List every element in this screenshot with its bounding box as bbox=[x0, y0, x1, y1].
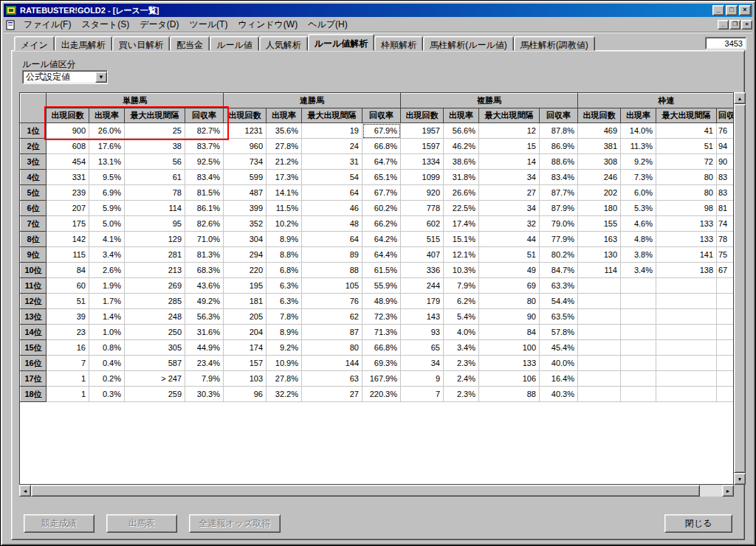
grid-cell[interactable]: 31 bbox=[302, 154, 362, 170]
grid-cell[interactable]: 88 bbox=[302, 263, 362, 278]
grid-cell[interactable]: 26.6% bbox=[444, 185, 479, 201]
grid-cell[interactable]: 133 bbox=[479, 356, 540, 371]
grid-cell[interactable] bbox=[717, 309, 735, 325]
grid-cell[interactable]: 602 bbox=[401, 216, 444, 232]
grid-cell[interactable]: 6.8% bbox=[267, 263, 302, 278]
grid-cell[interactable]: 56.3% bbox=[185, 309, 224, 325]
menu-item-4[interactable]: ウィンドウ(W) bbox=[233, 17, 303, 32]
grid-cell[interactable]: 1597 bbox=[401, 139, 444, 154]
grid-cell[interactable]: 3.4% bbox=[89, 247, 125, 263]
grid-cell[interactable]: 34 bbox=[401, 356, 444, 371]
grid-cell[interactable]: 281 bbox=[125, 247, 185, 263]
grid-cell[interactable]: 32.2% bbox=[267, 387, 302, 402]
grid-cell[interactable]: 155 bbox=[578, 216, 621, 232]
grid-cell[interactable]: 12.1% bbox=[444, 247, 479, 263]
grid-cell[interactable]: 143 bbox=[401, 309, 444, 325]
grid-cell[interactable]: 11.5% bbox=[267, 201, 302, 216]
grid-cell[interactable]: 94 bbox=[717, 139, 735, 154]
grid-cell[interactable]: 22.5% bbox=[444, 201, 479, 216]
grid-cell[interactable]: 900 bbox=[47, 123, 89, 139]
grid-cell[interactable]: 78 bbox=[717, 232, 735, 247]
menu-item-3[interactable]: ツール(T) bbox=[185, 17, 233, 32]
grid-cell[interactable]: 130 bbox=[578, 247, 621, 263]
grid-cell[interactable]: 207 bbox=[47, 201, 89, 216]
mdi-close-icon[interactable]: × bbox=[741, 20, 752, 30]
grid-cell[interactable]: 49 bbox=[479, 263, 540, 278]
grid-cell[interactable]: 181 bbox=[224, 294, 267, 309]
grid-cell[interactable]: 64.2% bbox=[362, 232, 401, 247]
tab-1[interactable]: 出走馬解析 bbox=[55, 36, 112, 51]
grid-cell[interactable]: 12 bbox=[479, 123, 540, 139]
grid-cell[interactable]: 1.4% bbox=[89, 309, 125, 325]
grid-cell[interactable]: 84.7% bbox=[540, 263, 578, 278]
grid-cell[interactable]: 0.2% bbox=[89, 371, 125, 387]
grid-cell[interactable]: 454 bbox=[47, 154, 89, 170]
mdi-minimize-icon[interactable]: _ bbox=[718, 20, 729, 30]
grid-cell[interactable]: 142 bbox=[47, 232, 89, 247]
grid-cell[interactable]: 9 bbox=[401, 371, 444, 387]
grid-cell[interactable]: 175 bbox=[47, 216, 89, 232]
grid-cell[interactable] bbox=[578, 371, 621, 387]
grid-cell[interactable]: 114 bbox=[578, 263, 621, 278]
grid-cell[interactable]: 7.3% bbox=[621, 170, 656, 185]
grid-cell[interactable]: 1 bbox=[47, 371, 89, 387]
grid-cell[interactable]: 138 bbox=[656, 263, 717, 278]
grid-cell[interactable]: 67.9% bbox=[362, 123, 401, 139]
grid-cell[interactable]: 19 bbox=[302, 123, 362, 139]
grid-cell[interactable]: 69 bbox=[479, 278, 540, 294]
grid-cell[interactable]: 308 bbox=[578, 154, 621, 170]
grid-cell[interactable]: 72 bbox=[656, 154, 717, 170]
grid-cell[interactable]: 80 bbox=[479, 294, 540, 309]
grid-cell[interactable]: 39 bbox=[47, 309, 89, 325]
tab-8[interactable]: 馬柱解析(ルール値) bbox=[423, 36, 514, 51]
grid-cell[interactable]: 381 bbox=[578, 139, 621, 154]
grid-cell[interactable]: 3.4% bbox=[621, 263, 656, 278]
grid-cell[interactable]: 599 bbox=[224, 170, 267, 185]
grid-cell[interactable]: 1231 bbox=[224, 123, 267, 139]
grid-cell[interactable]: 250 bbox=[125, 325, 185, 340]
grid-cell[interactable]: 174 bbox=[224, 340, 267, 356]
grid-cell[interactable]: 24 bbox=[302, 139, 362, 154]
grid-cell[interactable]: 68.3% bbox=[185, 263, 224, 278]
grid-cell[interactable]: 67 bbox=[717, 263, 735, 278]
grid-cell[interactable]: 48 bbox=[302, 216, 362, 232]
grid-cell[interactable]: 54 bbox=[302, 170, 362, 185]
grid-cell[interactable]: 64.7% bbox=[362, 154, 401, 170]
grid-cell[interactable]: 51 bbox=[47, 294, 89, 309]
grid-cell[interactable]: 399 bbox=[224, 201, 267, 216]
grid-cell[interactable] bbox=[656, 371, 717, 387]
grid-cell[interactable]: 920 bbox=[401, 185, 444, 201]
grid-cell[interactable]: 83.7% bbox=[185, 139, 224, 154]
grid-cell[interactable] bbox=[656, 340, 717, 356]
grid-cell[interactable] bbox=[621, 309, 656, 325]
grid-cell[interactable]: 51 bbox=[656, 139, 717, 154]
grid-cell[interactable]: 7 bbox=[47, 356, 89, 371]
grid-cell[interactable]: 95 bbox=[125, 216, 185, 232]
grid-cell[interactable]: 305 bbox=[125, 340, 185, 356]
grid-cell[interactable]: 87.7% bbox=[540, 185, 578, 201]
grid-cell[interactable]: 38 bbox=[125, 139, 185, 154]
grid-cell[interactable] bbox=[656, 309, 717, 325]
grid-cell[interactable]: 1099 bbox=[401, 170, 444, 185]
grid-cell[interactable]: 80 bbox=[656, 170, 717, 185]
grid-cell[interactable]: 1.9% bbox=[89, 278, 125, 294]
grid-cell[interactable]: 2.6% bbox=[89, 263, 125, 278]
grid-cell[interactable] bbox=[578, 309, 621, 325]
menu-item-2[interactable]: データ(D) bbox=[134, 17, 184, 32]
grid-cell[interactable]: 34 bbox=[479, 201, 540, 216]
grid-cell[interactable]: 133 bbox=[656, 232, 717, 247]
tab-0[interactable]: メイン bbox=[14, 36, 55, 51]
grid-cell[interactable]: 487 bbox=[224, 185, 267, 201]
grid-cell[interactable]: 55.9% bbox=[362, 278, 401, 294]
grid-cell[interactable]: 81.5% bbox=[185, 185, 224, 201]
grid-cell[interactable]: 204 bbox=[224, 325, 267, 340]
grid-cell[interactable]: 92.5% bbox=[185, 154, 224, 170]
grid-cell[interactable]: 80 bbox=[656, 185, 717, 201]
grid-cell[interactable]: 14.0% bbox=[621, 123, 656, 139]
grid-cell[interactable]: 1334 bbox=[401, 154, 444, 170]
maximize-icon[interactable]: □ bbox=[726, 5, 738, 15]
grid-cell[interactable]: 90 bbox=[479, 309, 540, 325]
grid-cell[interactable] bbox=[578, 356, 621, 371]
grid-cell[interactable] bbox=[717, 278, 735, 294]
grid-cell[interactable]: 9.2% bbox=[267, 340, 302, 356]
